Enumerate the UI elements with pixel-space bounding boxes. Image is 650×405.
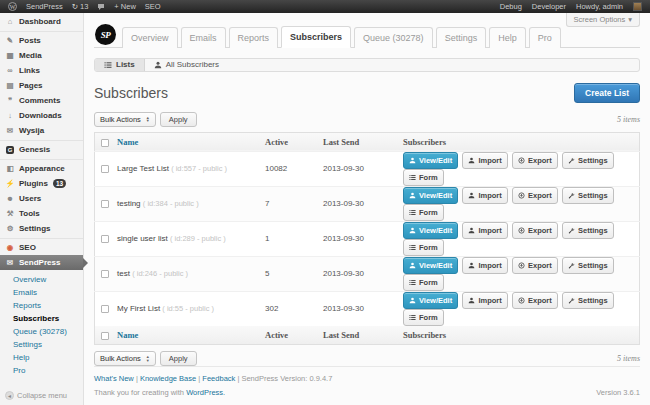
knowledge-base-link[interactable]: Knowledge Base [140,374,196,383]
tab-help[interactable]: Help [489,27,526,48]
sidebar-submenu-queue-30278[interactable]: Queue (30278) [0,325,83,338]
import-button[interactable]: Import [462,187,507,204]
adminbar-seo[interactable]: SEO [145,2,161,11]
select-all-checkbox-bottom[interactable] [101,332,109,340]
tab-emails[interactable]: Emails [181,27,226,48]
sidebar-item-wysija[interactable]: ✉ Wysija [0,123,83,138]
adminbar-comments[interactable] [97,3,105,11]
sidebar-submenu-settings[interactable]: Settings [0,338,83,351]
subnav-lists-tab[interactable]: Lists [95,59,145,71]
list-name-link[interactable]: test [117,269,130,278]
sidebar-submenu-help[interactable]: Help [0,351,83,364]
adminbar-updates[interactable]: ↻ 13 [72,2,89,11]
tab-pro[interactable]: Pro [529,27,561,48]
screen-options-button[interactable]: Screen Options ▾ [566,13,640,27]
subnav-all-subscribers-tab[interactable]: All Subscribers [145,59,228,71]
row-checkbox[interactable] [101,235,109,243]
row-checkbox[interactable] [101,270,109,278]
form-button[interactable]: Form [403,204,444,221]
tab-overview[interactable]: Overview [122,27,178,48]
tab-subscribers[interactable]: Subscribers [281,26,351,48]
import-button[interactable]: Import [462,257,507,274]
list-name-link[interactable]: testing [117,199,141,208]
sort-name-header[interactable]: Name [117,137,138,147]
sendpress-footer-links: What's New | Knowledge Base | Feedback |… [94,366,640,383]
wordpress-link[interactable]: WordPress. [186,388,225,397]
list-id-meta: ( id:289 - public ) [170,234,226,243]
sidebar-item-settings[interactable]: ⚙ Settings [0,221,83,236]
sidebar-item-links[interactable]: ∞ Links [0,63,83,78]
adminbar-howdy[interactable]: Howdy, admin [576,2,623,11]
export-button[interactable]: Export [512,257,558,274]
settings-button[interactable]: Settings [562,292,614,309]
form-button[interactable]: Form [403,274,444,291]
form-button[interactable]: Form [403,169,444,186]
sidebar-item-plugins[interactable]: ⚡ Plugins 13 [0,176,83,191]
wordpress-logo-icon[interactable]: W [8,2,17,11]
row-checkbox[interactable] [101,305,109,313]
adminbar-new-button[interactable]: + New [114,2,135,11]
tab-queue-30278[interactable]: Queue (30278) [354,27,433,48]
sidebar-item-seo[interactable]: ◉ SEO [0,238,83,255]
sidebar-item-pages[interactable]: ▤ Pages [0,78,83,93]
viewedit-button[interactable]: View/Edit [403,257,458,274]
form-button[interactable]: Form [403,309,444,326]
apply-button[interactable]: Apply [160,112,197,127]
import-button[interactable]: Import [462,292,507,309]
tab-settings[interactable]: Settings [436,27,487,48]
sidebar-item-appearance[interactable]: ◧ Appearance [0,159,83,176]
adminbar-developer[interactable]: Developer [532,2,566,11]
sidebar-submenu-pro[interactable]: Pro [0,364,83,377]
download-circle-icon [518,297,525,304]
feedback-link[interactable]: Feedback [202,374,235,383]
sidebar-item-dashboard[interactable]: ⌂ Dashboard [0,14,83,29]
viewedit-button[interactable]: View/Edit [403,222,458,239]
sidebar-item-downloads[interactable]: ↓ Downloads [0,108,83,123]
settings-button[interactable]: Settings [562,187,614,204]
sidebar-submenu-overview[interactable]: Overview [0,273,83,286]
sidebar-submenu-subscribers[interactable]: Subscribers [0,312,83,325]
whats-new-link[interactable]: What's New [94,374,134,383]
export-button[interactable]: Export [512,187,558,204]
viewedit-button[interactable]: View/Edit [403,292,458,309]
bulk-actions-select-bottom[interactable]: Bulk Actions ▲▼ [94,351,156,366]
select-all-checkbox[interactable] [101,139,109,147]
sidebar-item-genesis[interactable]: G Genesis [0,140,83,157]
apply-button-bottom[interactable]: Apply [160,351,197,366]
sort-name-footer[interactable]: Name [117,330,138,340]
sidebar-submenu-reports[interactable]: Reports [0,299,83,312]
adminbar-site-name[interactable]: SendPress [26,2,63,11]
row-checkbox[interactable] [101,200,109,208]
import-button[interactable]: Import [462,222,507,239]
tab-reports[interactable]: Reports [229,27,279,48]
sidebar-item-users[interactable]: ☻ Users [0,191,83,206]
export-button[interactable]: Export [512,292,558,309]
sidebar-submenu-emails[interactable]: Emails [0,286,83,299]
bulk-actions-select[interactable]: Bulk Actions ▲▼ [94,112,156,127]
sidebar-item-tools[interactable]: ⚒ Tools [0,206,83,221]
export-button[interactable]: Export [512,152,558,169]
list-name-link[interactable]: Large Test List [117,164,169,173]
create-list-button[interactable]: Create List [574,83,640,103]
viewedit-button[interactable]: View/Edit [403,187,458,204]
settings-button[interactable]: Settings [562,257,614,274]
list-name-link[interactable]: single user list [117,234,168,243]
sidebar-item-posts[interactable]: ✎ Posts [0,31,83,48]
viewedit-button[interactable]: View/Edit [403,152,458,169]
table-row: Large Test List ( id:557 - public ) 1008… [95,151,640,186]
form-button[interactable]: Form [403,239,444,256]
sidebar-item-comments[interactable]: ❞ Comments [0,93,83,108]
adminbar-debug[interactable]: Debug [500,2,522,11]
list-name-link[interactable]: My First List [117,304,160,313]
settings-button[interactable]: Settings [562,152,614,169]
sidebar-item-sendpress[interactable]: ✉ SendPress [0,255,83,270]
row-checkbox[interactable] [101,165,109,173]
person-icon [468,297,475,304]
wordpress-admin-screen: W SendPress ↻ 13 + New SEO Debug Develop… [0,0,650,405]
collapse-menu-button[interactable]: ◄ Collapse menu [5,391,67,400]
export-button[interactable]: Export [512,222,558,239]
sidebar-item-media[interactable]: ▦ Media [0,48,83,63]
settings-button[interactable]: Settings [562,222,614,239]
import-button[interactable]: Import [462,152,507,169]
user-avatar[interactable] [633,2,642,11]
